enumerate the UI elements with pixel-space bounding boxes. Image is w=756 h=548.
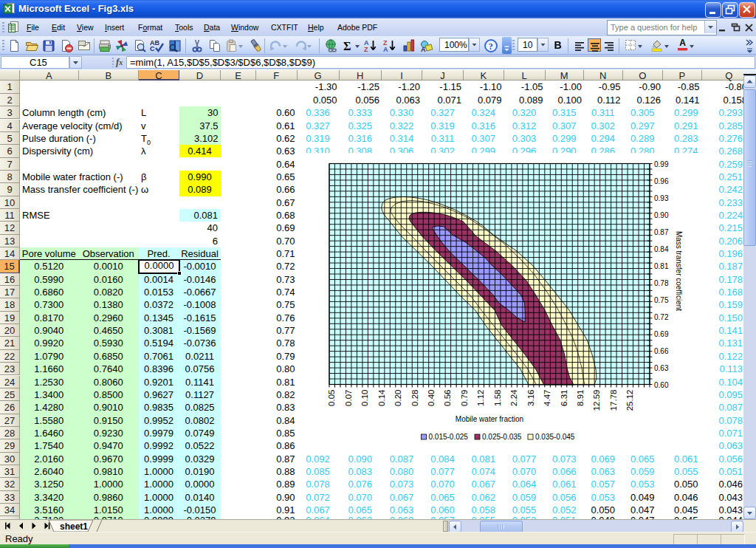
svg-text:0.84: 0.84	[654, 245, 669, 253]
svg-text:0.015-0.025: 0.015-0.025	[429, 433, 469, 441]
svg-text:0.81: 0.81	[654, 262, 669, 270]
svg-text:2.24: 2.24	[509, 389, 518, 406]
svg-text:0.75: 0.75	[654, 296, 669, 304]
svg-text:0.78: 0.78	[654, 279, 669, 287]
svg-text:0.20: 0.20	[394, 390, 402, 406]
svg-text:0.79: 0.79	[460, 390, 469, 406]
svg-text:3.16: 3.16	[526, 390, 535, 406]
svg-text:0.90: 0.90	[654, 211, 669, 219]
svg-text:0.72: 0.72	[654, 313, 669, 321]
svg-text:1.58: 1.58	[493, 390, 502, 406]
svg-text:0.87: 0.87	[654, 228, 669, 236]
svg-text:0.63: 0.63	[654, 364, 669, 372]
svg-text:0.69: 0.69	[654, 330, 669, 338]
svg-text:0.035-0.045: 0.035-0.045	[535, 433, 575, 441]
svg-text:0.05: 0.05	[327, 390, 336, 406]
svg-text:12.59: 12.59	[592, 390, 601, 411]
svg-text:Mass transfer coefficient: Mass transfer coefficient	[675, 231, 683, 311]
svg-text:0.025-0.035: 0.025-0.035	[482, 433, 522, 441]
svg-text:17.78: 17.78	[609, 390, 618, 411]
svg-text:0.28: 0.28	[410, 390, 419, 406]
svg-text:25.12: 25.12	[625, 390, 634, 411]
svg-text:6.31: 6.31	[560, 390, 568, 406]
svg-text:0.10: 0.10	[360, 390, 369, 406]
svg-text:8.91: 8.91	[576, 390, 585, 406]
svg-text:0.99: 0.99	[654, 160, 669, 168]
svg-text:4.47: 4.47	[543, 390, 551, 406]
svg-text:0.07: 0.07	[344, 390, 353, 406]
svg-text:0.56: 0.56	[443, 390, 452, 406]
svg-text:0.96: 0.96	[654, 177, 669, 185]
svg-text:sheet1: sheet1	[60, 521, 88, 532]
svg-text:0.14: 0.14	[377, 389, 386, 406]
svg-text:0.66: 0.66	[654, 347, 669, 355]
svg-text:Mobile water fraction: Mobile water fraction	[456, 415, 523, 423]
svg-text:0.93: 0.93	[654, 194, 669, 202]
svg-text:0.60: 0.60	[654, 381, 669, 389]
svg-text:0.40: 0.40	[427, 390, 436, 406]
svg-text:1.12: 1.12	[476, 390, 485, 406]
